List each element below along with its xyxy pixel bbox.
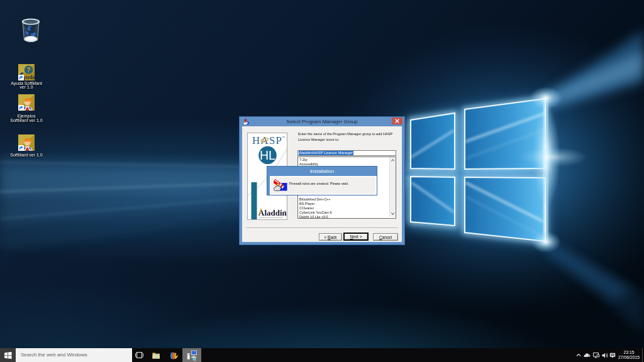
svg-text:?: ? [26,67,30,74]
svg-text:Aladdin: Aladdin [258,208,287,217]
svg-text:™: ™ [282,136,285,139]
svg-text:yuda: yuda [23,74,35,80]
svg-text:HL: HL [260,148,275,162]
svg-text:™: ™ [284,210,286,213]
